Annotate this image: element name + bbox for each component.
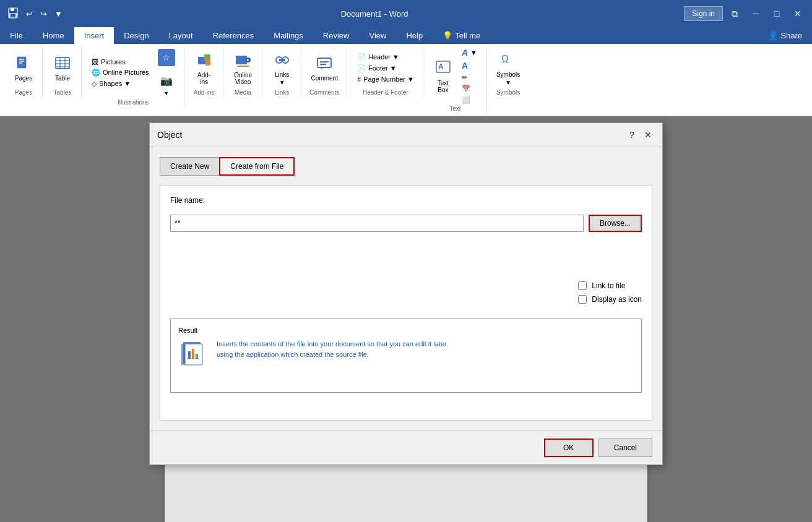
ribbon-content: Pages Pages — [0, 44, 812, 116]
person-icon: 👤 — [768, 31, 778, 40]
lightbulb-icon: 💡 — [443, 31, 452, 40]
result-icon — [178, 339, 209, 372]
display-as-icon-label[interactable]: Display as icon — [592, 295, 642, 304]
title-bar: ↩ ↪ ▼ Document1 - Word Sign in ⧉ ─ □ ✕ — [0, 0, 812, 27]
symbols-button[interactable]: Ω Symbols ▼ — [493, 48, 524, 88]
link-to-file-checkbox[interactable] — [578, 281, 587, 290]
dialog-title-bar: Object ? ✕ — [150, 123, 662, 147]
pages-buttons: Pages — [10, 46, 37, 89]
svg-marker-25 — [321, 67, 323, 70]
wordart-icon: A — [462, 48, 468, 58]
online-video-icon — [233, 51, 253, 71]
addins-label: Add-ins — [197, 72, 210, 85]
save-button[interactable] — [5, 5, 21, 23]
date-time-icon: 📅 — [462, 85, 470, 93]
object-button[interactable]: ⬜ — [458, 95, 481, 105]
share-button[interactable]: 👤 Share — [758, 27, 812, 44]
sign-in-button[interactable]: Sign in — [684, 6, 723, 21]
shapes-button[interactable]: ◇ Shapes ▼ — [88, 79, 153, 89]
ribbon-group-tables: Table Tables — [44, 46, 82, 97]
camera-button[interactable]: 📷 ▼ — [154, 69, 179, 99]
svg-rect-5 — [19, 59, 24, 60]
svg-rect-15 — [204, 54, 210, 61]
tab-file[interactable]: File — [0, 27, 33, 44]
file-name-input[interactable] — [170, 215, 584, 232]
pictures-button[interactable]: 🖼 Pictures — [88, 57, 153, 67]
comment-label: Comment — [311, 75, 338, 82]
tab-tell-me[interactable]: 💡 Tell me — [433, 27, 490, 44]
tab-mailings[interactable]: Mailings — [264, 27, 313, 44]
links-button[interactable]: Links ▼ — [269, 48, 296, 88]
links-group-label: Links — [275, 89, 289, 97]
checkboxes-area: Link to file Display as icon — [578, 281, 642, 309]
close-button[interactable]: ✕ — [788, 4, 807, 23]
dialog-title: Object — [157, 130, 182, 140]
svg-rect-20 — [237, 66, 249, 67]
cancel-button[interactable]: Cancel — [598, 439, 652, 457]
file-input-row: Browse... — [170, 215, 642, 232]
table-label: Table — [55, 75, 70, 82]
link-to-file-label[interactable]: Link to file — [592, 281, 625, 290]
symbols-icon: Ω — [498, 50, 518, 70]
result-box: Result — [170, 319, 642, 393]
online-video-button[interactable]: OnlineVideo — [230, 48, 257, 88]
tab-insert[interactable]: Insert — [74, 27, 114, 44]
date-time-button[interactable]: 📅 — [458, 83, 481, 94]
svg-rect-7 — [19, 62, 22, 64]
tab-create-from-file[interactable]: Create from File — [219, 157, 295, 176]
tab-references[interactable]: References — [203, 27, 264, 44]
ribbon-group-header-footer: 📄 Header ▼ 📄 Footer ▼ # Page Number ▼ He… — [348, 46, 423, 97]
tab-view[interactable]: View — [359, 27, 396, 44]
result-description: Inserts the contents of the file into yo… — [217, 339, 452, 359]
result-title: Result — [178, 327, 634, 334]
wordart-button[interactable]: A ▼ — [458, 46, 481, 59]
dialog-content-area: File name: Browse... Link to file — [160, 186, 652, 421]
undo-button[interactable]: ↩ — [24, 7, 35, 21]
dialog-body: Create New Create from File File name: B… — [150, 147, 662, 430]
icons-button[interactable]: ☆ — [154, 46, 179, 69]
dialog-help-button[interactable]: ? — [625, 128, 639, 142]
dialog-close-button[interactable]: ✕ — [641, 128, 655, 142]
browse-button[interactable]: Browse... — [589, 215, 642, 232]
addins-icon — [194, 51, 214, 71]
restore-down-button[interactable]: ⧉ — [725, 4, 744, 23]
svg-text:Ω: Ω — [501, 54, 509, 64]
symbols-group-label: Symbols — [496, 89, 520, 97]
online-pictures-button[interactable]: 🌐 Online Pictures — [88, 67, 153, 78]
tab-create-new[interactable]: Create New — [160, 157, 220, 176]
svg-rect-1 — [11, 8, 14, 11]
tab-help[interactable]: Help — [396, 27, 433, 44]
text-box-button[interactable]: A TextBox — [430, 56, 457, 96]
svg-rect-26 — [320, 61, 329, 62]
svg-rect-24 — [317, 58, 331, 67]
svg-text:A: A — [438, 62, 444, 71]
maximize-button[interactable]: □ — [767, 4, 786, 23]
header-button[interactable]: 📄 Header ▼ — [353, 52, 418, 62]
link-to-file-row: Link to file — [578, 281, 642, 290]
comment-button[interactable]: Comment — [308, 51, 342, 84]
title-bar-controls: Sign in ⧉ ─ □ ✕ — [684, 4, 807, 23]
pages-button[interactable]: Pages — [10, 51, 37, 84]
footer-button[interactable]: 📄 Footer ▼ — [353, 63, 418, 74]
ribbon-group-illustrations: 🖼 Pictures 🌐 Online Pictures ◇ Shapes ▼ — [83, 46, 184, 107]
customize-quick-access[interactable]: ▼ — [52, 7, 65, 21]
ribbon-group-links: Links ▼ Links — [264, 46, 301, 97]
table-button[interactable]: Table — [49, 51, 76, 84]
drop-cap-button[interactable]: A — [458, 59, 481, 72]
minimize-button[interactable]: ─ — [746, 4, 765, 23]
page-number-button[interactable]: # Page Number ▼ — [353, 74, 418, 84]
redo-button[interactable]: ↪ — [38, 7, 50, 21]
tab-layout[interactable]: Layout — [159, 27, 203, 44]
addins-button[interactable]: Add-ins — [191, 48, 218, 88]
online-video-label: OnlineVideo — [234, 72, 252, 85]
ribbon-group-addins: Add-ins Add-ins — [186, 46, 223, 97]
signature-button[interactable]: ✏ — [458, 72, 481, 83]
ribbon-group-text: A TextBox A ▼ A ✏ — [425, 46, 486, 113]
tab-review[interactable]: Review — [313, 27, 360, 44]
dialog-tabs: Create New Create from File — [160, 157, 652, 176]
ok-button[interactable]: OK — [544, 439, 594, 457]
tab-design[interactable]: Design — [114, 27, 158, 44]
online-pictures-icon: 🌐 — [92, 69, 100, 77]
display-as-icon-checkbox[interactable] — [578, 295, 587, 304]
tab-home[interactable]: Home — [33, 27, 74, 44]
